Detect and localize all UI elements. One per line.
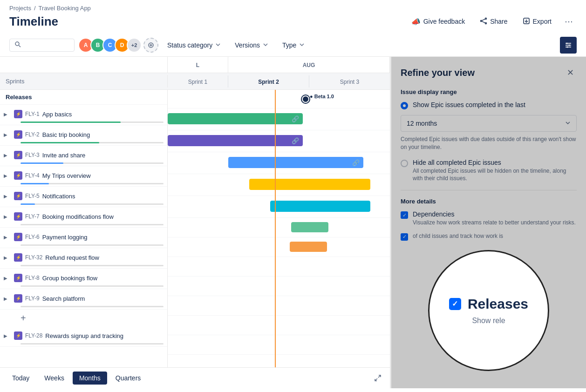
chevron-down-icon-3	[299, 41, 305, 49]
more-options-button[interactable]: ⋯	[561, 14, 577, 29]
releases-spotlight-title: Releases	[468, 296, 528, 312]
search-input[interactable]	[24, 42, 70, 49]
issue-id: FLY-4	[25, 172, 40, 179]
month-label-l: L	[196, 62, 199, 68]
issue-row-fly9[interactable]: ▶ ⚡ FLY-9 Search platform	[0, 289, 167, 310]
epic-type-icon: ⚡	[14, 110, 22, 118]
export-button[interactable]: Export	[517, 14, 557, 29]
breadcrumb: Projects / Travel Booking App	[0, 0, 586, 12]
refine-panel-title: Refine your view	[401, 68, 475, 78]
issue-row-fly7[interactable]: ▶ ⚡ FLY-7 Booking modifications flow	[0, 207, 167, 228]
issue-row-fly1[interactable]: ▶ ⚡ FLY-1 App basics	[0, 105, 167, 125]
months-hint: Completed Epic issues with due dates out…	[401, 135, 577, 151]
svg-point-7	[15, 42, 19, 46]
fly3-bar-row: 🔗	[168, 152, 390, 174]
expand-icon: ▶	[4, 132, 11, 137]
fly28-bar-row	[168, 335, 390, 355]
expand-icon: ▶	[4, 276, 11, 281]
issue-id: FLY-9	[25, 295, 40, 302]
fly1-bar-row: 🔗	[168, 108, 390, 130]
child-issues-checkbox[interactable]: ✓	[401, 233, 408, 241]
issue-row-fly2[interactable]: ▶ ⚡ FLY-2 Basic trip booking	[0, 125, 167, 146]
dependencies-checkbox[interactable]: ✓	[401, 211, 408, 219]
epic-type-icon: ⚡	[14, 233, 22, 241]
breadcrumb-sep: /	[34, 5, 36, 12]
avatar-extra[interactable]: +2	[127, 38, 142, 53]
add-epic-button[interactable]: +	[0, 310, 167, 326]
epic-type-icon: ⚡	[14, 274, 22, 282]
expand-icon: ▶	[4, 112, 11, 117]
expand-icon: ▶	[4, 194, 11, 199]
dependencies-sub: Visualize how work streams relate to bet…	[413, 219, 576, 227]
expand-icon: ▶	[4, 235, 11, 240]
export-icon	[523, 17, 530, 26]
epic-type-icon: ⚡	[14, 294, 22, 303]
sprint-1-label: Sprint 1	[188, 79, 207, 85]
issue-row-fly28[interactable]: ▶ ⚡ FLY-28 Rewards signup and tracking	[0, 326, 167, 347]
issue-row-fly6[interactable]: ▶ ⚡ FLY-6 Payment logging	[0, 228, 167, 248]
epic-type-icon: ⚡	[14, 171, 22, 180]
refine-panel: Refine your view ✕ Issue display range S…	[390, 57, 586, 388]
hide-epic-sub: All completed Epic issues will be hidden…	[413, 167, 577, 183]
epic-type-icon: ⚡	[14, 253, 22, 262]
months-dropdown[interactable]: 12 months	[401, 115, 577, 132]
release-dot-label: ●	[310, 94, 314, 99]
epic-type-icon: ⚡	[14, 130, 22, 139]
more-details-title: More details	[401, 198, 577, 205]
chevron-down-icon	[215, 41, 221, 49]
breadcrumb-projects[interactable]: Projects	[9, 5, 31, 12]
issue-row-fly4[interactable]: ▶ ⚡ FLY-4 My Trips overview	[0, 166, 167, 187]
svg-point-16	[569, 45, 570, 46]
issue-display-range-title: Issue display range	[401, 88, 577, 95]
issue-name: Refund request flow	[45, 254, 99, 261]
today-button[interactable]: Today	[6, 372, 36, 385]
hide-epic-radio[interactable]	[401, 160, 408, 167]
issue-row-fly32[interactable]: ▶ ⚡ FLY-32 Refund request flow	[0, 248, 167, 269]
svg-line-8	[19, 46, 21, 47]
fly8-bar-row	[168, 277, 390, 296]
releases-spotlight-checkbox[interactable]: ✓	[449, 298, 461, 310]
issue-row-fly8[interactable]: ▶ ⚡ FLY-8 Group bookings flow	[0, 269, 167, 289]
weeks-button[interactable]: Weeks	[38, 372, 71, 385]
megaphone-icon: 📣	[411, 17, 421, 26]
issue-row-fly3[interactable]: ▶ ⚡ FLY-3 Invite and share	[0, 146, 167, 166]
sprints-label: Sprints	[6, 78, 24, 85]
svg-point-2	[485, 22, 487, 24]
expand-icon: ▶	[4, 333, 11, 338]
expand-icon: ▶	[4, 296, 11, 301]
issue-name: Rewards signup and tracking	[45, 332, 123, 339]
versions-filter[interactable]: Versions	[230, 39, 273, 52]
expand-icon: ▶	[4, 255, 11, 260]
dropdown-chevron-icon	[565, 119, 571, 128]
issue-name: Search platform	[42, 295, 85, 302]
status-category-filter[interactable]: Status category	[162, 39, 226, 52]
quarters-button[interactable]: Quarters	[109, 372, 147, 385]
releases-bar-row: ● Beta 1.0	[168, 90, 390, 108]
sprint-2-label: Sprint 2	[258, 79, 279, 85]
search-icon	[14, 41, 21, 49]
fullscreen-button[interactable]	[371, 372, 384, 385]
issue-name: Notifications	[42, 193, 75, 200]
close-refine-panel-button[interactable]: ✕	[564, 66, 577, 79]
give-feedback-button[interactable]: 📣 Give feedback	[406, 14, 471, 29]
fly32-bar-row	[168, 257, 390, 277]
fly2-bar-row: 🔗	[168, 130, 390, 152]
epic-type-icon: ⚡	[14, 151, 22, 159]
issue-name: Invite and share	[42, 152, 86, 159]
fly6-bar-row	[168, 237, 390, 257]
share-button[interactable]: Share	[474, 14, 513, 29]
issue-name: Booking modifications flow	[42, 213, 114, 220]
add-member-button[interactable]	[143, 38, 158, 53]
type-filter[interactable]: Type	[277, 39, 310, 52]
month-label-aug: AUG	[303, 62, 315, 68]
child-issues-sub: of child issues and track how work is	[413, 232, 503, 240]
issue-name: Group bookings flow	[42, 275, 98, 282]
show-epic-radio[interactable]	[401, 102, 408, 109]
share-icon	[480, 17, 487, 26]
issue-name: Basic trip booking	[42, 131, 90, 138]
issue-name: My Trips overview	[42, 172, 91, 179]
months-value: 12 months	[407, 120, 437, 127]
months-button[interactable]: Months	[73, 372, 107, 385]
view-settings-button[interactable]	[560, 37, 577, 54]
issue-row-fly5[interactable]: ▶ ⚡ FLY-5 Notifications	[0, 187, 167, 207]
